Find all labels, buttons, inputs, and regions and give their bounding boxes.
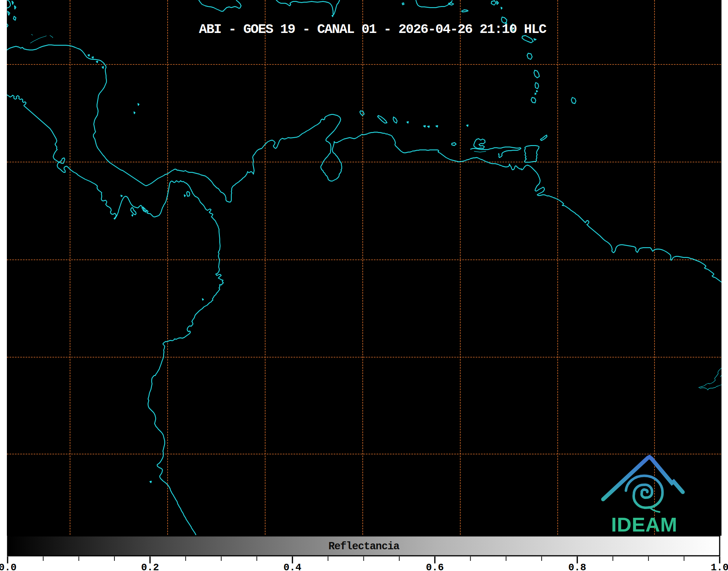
svg-text:1.0: 1.0 — [711, 562, 728, 571]
svg-text:IDEAM: IDEAM — [611, 513, 677, 536]
svg-text:0.0: 0.0 — [0, 562, 17, 571]
svg-text:ABI - GOES 19 - CANAL 01 - 202: ABI - GOES 19 - CANAL 01 - 2026-04-26 21… — [199, 22, 547, 37]
svg-text:0.4: 0.4 — [283, 562, 302, 571]
svg-text:0.8: 0.8 — [568, 562, 586, 571]
svg-text:Reflectancia: Reflectancia — [328, 541, 399, 553]
svg-text:0.6: 0.6 — [426, 562, 444, 571]
svg-text:0.2: 0.2 — [141, 562, 159, 571]
